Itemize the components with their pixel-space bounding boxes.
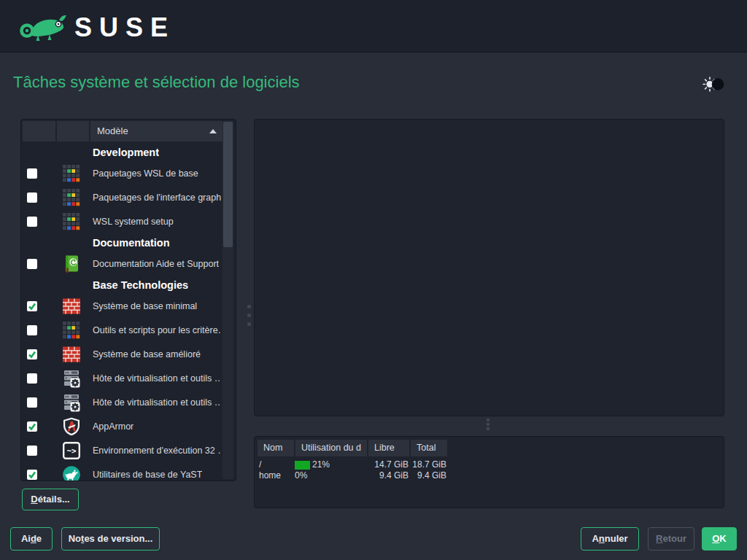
partition-name: home [259, 470, 281, 481]
book-icon [62, 254, 81, 273]
top-bar: SUSE [0, 0, 747, 52]
pattern-checkbox[interactable] [27, 421, 37, 432]
sort-ascending-icon [209, 129, 217, 133]
help-button[interactable]: Aide [10, 527, 53, 551]
disk-row: /21%14.7 GiB18.7 GiB [258, 459, 721, 470]
pattern-checkbox[interactable] [27, 217, 37, 227]
details-button[interactable]: Détails... [22, 489, 79, 510]
pattern-category-label: Documentation [93, 237, 170, 249]
pattern-category-row[interactable]: Documentation [23, 233, 222, 252]
pattern-item-label: Documentation Aide et Support [93, 259, 219, 269]
pattern-item-row[interactable]: Hôte de virtualisation et outils … [23, 390, 222, 414]
pattern-item-row[interactable]: Hôte de virtualisation et outils … [23, 366, 222, 390]
partition-free: 14.7 GiB [367, 459, 409, 470]
pattern-checkbox[interactable] [27, 259, 37, 269]
header-icon-column[interactable] [57, 121, 89, 141]
pattern-item-label: Système de base amélioré [93, 349, 201, 359]
pattern-checkbox[interactable] [27, 168, 37, 179]
pattern-checkbox[interactable] [27, 470, 37, 480]
pattern-item-row[interactable]: Paquetages de l'interface graph… [23, 185, 222, 209]
partition-usage: 0% [295, 470, 368, 481]
svg-text:~>: ~> [66, 446, 77, 456]
pattern-item-label: AppArmor [93, 421, 133, 432]
pattern-checkbox[interactable] [27, 192, 37, 203]
terminal-icon: ~> [62, 441, 81, 460]
brand-wordmark: SUSE [74, 12, 175, 43]
pattern-item-label: Environnement d'exécution 32 … [93, 446, 221, 456]
pattern-item-row[interactable]: Paquetages WSL de base [23, 161, 222, 185]
disk-header-name[interactable]: Nom [258, 440, 294, 456]
pattern-category-row[interactable]: Development [23, 143, 222, 161]
server-icon [62, 393, 81, 412]
disk-header-total[interactable]: Total [411, 440, 447, 456]
bricks-icon [62, 345, 81, 364]
disk-row: home0%9.4 GiB9.4 GiB [258, 470, 721, 481]
partition-name: / [259, 459, 261, 470]
pattern-checkbox[interactable] [27, 349, 37, 359]
pattern-item-label: Système de base minimal [93, 301, 197, 311]
pattern-item-row[interactable]: WSL systemd setup [23, 209, 222, 233]
pattern-item-row[interactable]: AppArmor [23, 414, 222, 438]
pattern-item-label: Paquetages WSL de base [93, 168, 198, 179]
usage-bar [295, 461, 310, 470]
pattern-grid-icon [62, 212, 81, 231]
horizontal-splitter-handle[interactable] [485, 419, 491, 433]
description-panel [254, 119, 724, 416]
patterns-scrollbar[interactable] [222, 121, 233, 479]
pattern-item-label: Outils et scripts pour les critère… [93, 325, 221, 335]
pattern-item-row[interactable]: Utilitaires de base de YaST [23, 462, 222, 481]
pattern-category-row[interactable]: Base Technologies [23, 276, 222, 294]
shield-icon [62, 417, 81, 436]
partition-free: 9.4 GiB [367, 470, 409, 481]
patterns-rows: DevelopmentPaquetages WSL de basePaqueta… [23, 143, 222, 481]
yast-software-selection-window: { "brand": { "name": "SUSE" }, "page": {… [0, 0, 747, 560]
pattern-item-row[interactable]: ~>Environnement d'exécution 32 … [23, 438, 222, 462]
disk-usage-table: Nom Utilisation du d Libre Total /21%14.… [254, 436, 724, 508]
pattern-item-row[interactable]: Documentation Aide et Support [23, 252, 222, 276]
usage-percent-label: 21% [312, 459, 330, 470]
pattern-checkbox[interactable] [27, 397, 37, 408]
partition-total: 9.4 GiB [410, 470, 446, 481]
pattern-checkbox[interactable] [27, 446, 37, 456]
pattern-item-row[interactable]: Système de base minimal [23, 294, 222, 318]
suse-chameleon-logo-icon [18, 9, 70, 43]
ok-button[interactable]: OK [702, 527, 737, 551]
pattern-category-label: Base Technologies [93, 279, 188, 291]
pattern-item-row[interactable]: Système de base amélioré [23, 342, 222, 366]
pattern-item-label: WSL systemd setup [93, 217, 174, 227]
pattern-item-label: Paquetages de l'interface graph… [93, 192, 221, 203]
yast-icon [62, 465, 81, 481]
header-model-column[interactable]: Modèle [90, 121, 222, 141]
server-icon [62, 369, 81, 388]
pattern-item-label: Hôte de virtualisation et outils … [93, 397, 221, 408]
pattern-item-label: Hôte de virtualisation et outils … [93, 373, 221, 384]
bricks-icon [62, 297, 81, 316]
header-checkbox-column[interactable] [23, 121, 55, 141]
pattern-item-label: Utilitaires de base de YaST [93, 470, 202, 480]
dark-mode-toggle-icon[interactable] [700, 74, 727, 95]
pattern-grid-icon [62, 188, 81, 207]
disk-header-free[interactable]: Libre [368, 440, 409, 456]
pattern-item-row[interactable]: Outils et scripts pour les critère… [23, 318, 222, 342]
page-title: Tâches système et sélection de logiciels [13, 73, 300, 92]
scrollbar-thumb[interactable] [223, 122, 233, 247]
usage-percent-label: 0% [295, 470, 307, 481]
release-notes-button[interactable]: Notes de version... [61, 527, 160, 551]
pattern-checkbox[interactable] [27, 373, 37, 384]
back-button[interactable]: Retour [648, 527, 694, 551]
header-model-label: Modèle [97, 125, 128, 136]
pattern-checkbox[interactable] [27, 301, 37, 311]
partition-total: 18.7 GiB [410, 459, 446, 470]
disk-rows: /21%14.7 GiB18.7 GiBhome0%9.4 GiB9.4 GiB [258, 459, 721, 481]
pattern-category-label: Development [93, 147, 159, 158]
disk-header-usage[interactable]: Utilisation du d [295, 440, 367, 456]
cancel-button[interactable]: Annuler [581, 527, 639, 551]
pattern-grid-icon [62, 164, 81, 183]
pattern-checkbox[interactable] [27, 325, 37, 335]
pattern-grid-icon [62, 321, 81, 340]
partition-usage: 21% [295, 459, 368, 470]
patterns-table: Modèle DevelopmentPaquetages WSL de base… [20, 119, 236, 481]
vertical-splitter-handle[interactable] [246, 305, 252, 328]
